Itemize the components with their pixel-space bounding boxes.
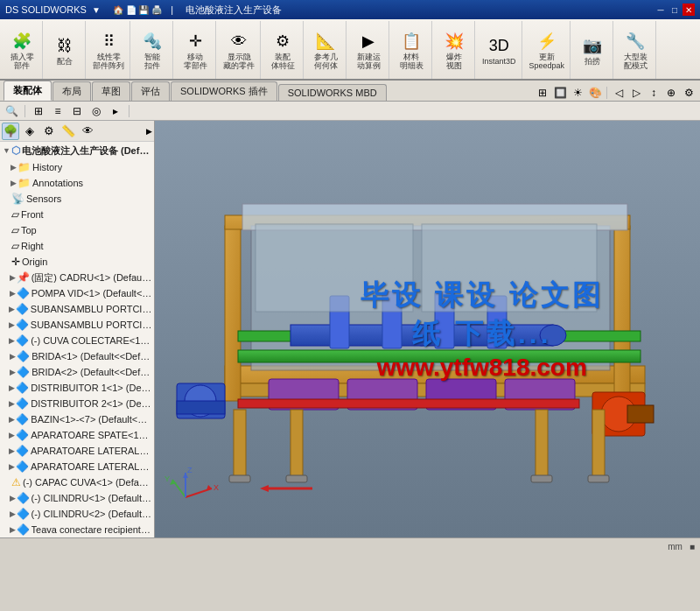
- sec-list-icon[interactable]: ≡: [50, 103, 66, 119]
- tree-item[interactable]: ▶🔷POMPA VID<1> (Default<<Def...: [0, 285, 154, 301]
- property-manager-tab[interactable]: ◈: [21, 123, 38, 140]
- speedpak-button[interactable]: ⚡ 更新Speedpak: [528, 27, 567, 73]
- tree-item[interactable]: ▶🔷BRIDA<2> (Default<<Default...: [0, 364, 154, 380]
- tree-item[interactable]: ▶🔷Teava conectare recipiente vid-...: [0, 522, 154, 537]
- tree-item-icon: 🔷: [16, 381, 29, 395]
- explode-view-button[interactable]: 💥 爆炸视图: [438, 27, 471, 73]
- instant3d-icon: 3D: [486, 33, 511, 58]
- filter-button[interactable]: ↕: [646, 85, 662, 101]
- svg-rect-33: [531, 475, 552, 482]
- svg-rect-30: [592, 410, 605, 480]
- mate-button[interactable]: ⛓ 配合: [48, 32, 81, 68]
- sec-expand2-icon[interactable]: ▸: [108, 103, 123, 119]
- sec-grid-icon[interactable]: ⊞: [31, 103, 46, 119]
- hide-show-button[interactable]: ◁: [611, 85, 626, 101]
- bom-button[interactable]: 📋 材料明细表: [395, 27, 428, 73]
- assembly-feature-icon: ⚙: [270, 29, 295, 53]
- smart-fasteners-button[interactable]: 🔩 智能扣件: [136, 27, 169, 73]
- tree-item[interactable]: ▶📌(固定) CADRU<1> (Default<<De: [0, 270, 154, 285]
- tree-item-label: POMPA VID<1> (Default<<Def...: [32, 286, 152, 300]
- tab-layout[interactable]: 布局: [52, 81, 91, 101]
- tree-item-label: (-) CUVA COLECTARE<1> (Defa...: [31, 334, 152, 348]
- tree-item[interactable]: ▶🔷APARATOARE SPATE<1> (Defa...: [0, 427, 154, 443]
- viewport[interactable]: X Y Z 毕设 课设 论文图纸 下载... www.ytfw818.com: [155, 121, 700, 537]
- tab-sw-addins[interactable]: SOLIDWORKS 插件: [171, 81, 277, 101]
- tree-item[interactable]: ▶🔷APARATOARE LATERALA<1> (D...: [0, 443, 154, 459]
- panel-collapse-button[interactable]: ▶: [146, 127, 152, 136]
- tab-sketch[interactable]: 草图: [92, 81, 130, 101]
- tree-item-label: (-) CILINDRU<2> (Default<<De...: [32, 507, 152, 521]
- settings-button[interactable]: ⚙: [681, 85, 696, 101]
- view-display-button[interactable]: 🔲: [552, 85, 568, 101]
- tree-item[interactable]: ▶🔷(-) CILINDRU<2> (Default<<De...: [0, 506, 154, 522]
- tree-item[interactable]: 📡Sensors: [0, 191, 154, 207]
- tree-item-icon: 📁: [18, 176, 31, 190]
- tree-item[interactable]: ▱Top: [0, 222, 154, 238]
- linear-pattern-button[interactable]: ⠿ 线性零部件阵列: [91, 27, 126, 73]
- tree-item[interactable]: ▶🔷(-) CILINDRU<1> (Default<<De...: [0, 490, 154, 506]
- view-orientation-button[interactable]: ⊞: [535, 85, 550, 101]
- tree-item[interactable]: ▶🔷BRIDA<1> (Default<<Default...: [0, 348, 154, 364]
- tree-item[interactable]: ▶🔷DISTRIBUITOR 1<1> (Default<<...: [0, 380, 154, 396]
- ref-geometry-button[interactable]: 📐 参考几何何体: [309, 27, 342, 73]
- tree-expand-arrow: ▶: [10, 286, 16, 300]
- tab-assembly[interactable]: 装配体: [4, 81, 52, 101]
- svg-rect-8: [238, 350, 640, 362]
- tree-item[interactable]: ▱Front: [0, 207, 154, 222]
- tab-sw-mbd[interactable]: SOLIDWORKS MBD: [278, 84, 387, 101]
- tree-item[interactable]: ▶🔷SUBANSAMBLU PORTCILINDRU...: [0, 301, 154, 317]
- ribbon-group-pattern: ⠿ 线性零部件阵列: [88, 21, 130, 79]
- tree-item[interactable]: ▱Right: [0, 238, 154, 254]
- tree-root[interactable]: ▼ ⬡ 电池酸液注入生产设备 (Default<<De: [0, 142, 154, 159]
- ribbon-toolbar: 🧩 插入零部件 ⛓ 配合 ⠿ 线性零部件阵列 🔩 智能扣件 ✛ 移动零部件 👁 …: [0, 19, 700, 81]
- instant3d-button[interactable]: 3D Instant3D: [480, 32, 518, 68]
- new-motion-study-button[interactable]: ▶ 新建运动算例: [352, 27, 385, 73]
- display-manager-tab[interactable]: 👁: [79, 123, 96, 140]
- close-button[interactable]: ✕: [682, 4, 695, 16]
- tree-item[interactable]: ▶🔷BAZIN<1>-<7> (Default<<Defau...: [0, 411, 154, 427]
- appearance-button[interactable]: 🎨: [587, 85, 603, 101]
- tab-right-icons: ⊞ 🔲 ☀ 🎨 ◁ ▷ ↕ ⊕ ⚙: [535, 85, 700, 101]
- minimize-button[interactable]: ─: [654, 4, 667, 16]
- filter-icon[interactable]: 🔍: [4, 103, 19, 119]
- tab-evaluate[interactable]: 评估: [131, 81, 170, 101]
- tree-item[interactable]: ✛Origin: [0, 254, 154, 270]
- feature-manager-tab[interactable]: 🌳: [2, 123, 19, 140]
- insert-component-button[interactable]: 🧩 插入零部件: [5, 27, 38, 73]
- scene-button[interactable]: ☀: [570, 85, 585, 101]
- tree-item[interactable]: ▶🔷APARATOARE LATERALA<2> (D...: [0, 459, 154, 474]
- tree-item[interactable]: ⚠(-) CAPAC CUVA<1> (Defau...: [0, 474, 154, 490]
- large-asm-button[interactable]: 🔧 大型装配模式: [619, 27, 652, 73]
- title-separator: |: [171, 4, 173, 15]
- configuration-manager-tab[interactable]: ⚙: [40, 123, 58, 140]
- tree-item[interactable]: ▶📁History: [0, 159, 154, 175]
- sec-tiles-icon[interactable]: ⊟: [69, 103, 85, 119]
- zoom-button[interactable]: ⊕: [663, 85, 679, 101]
- maximize-button[interactable]: □: [668, 4, 681, 16]
- tree-item[interactable]: ▶🔷(-) CUVA COLECTARE<1> (Defa...: [0, 333, 154, 348]
- menu-arrow[interactable]: ▼: [92, 5, 101, 15]
- explode-view-icon: 💥: [442, 29, 466, 53]
- tree-item-label: BAZIN<1>-<7> (Default<<Defau...: [31, 412, 152, 426]
- tree-expand-arrow: ▶: [9, 334, 15, 348]
- tree-expand-arrow: ▶: [9, 444, 15, 458]
- status-bar: mm ■: [0, 537, 700, 555]
- feature-tree-panel: 🌳 ◈ ⚙ 📏 👁 ▶ ▼ ⬡ 电池酸液注入生产设备 (Default<<De …: [0, 121, 155, 537]
- show-hide-button[interactable]: 👁 显示隐藏的零件: [221, 27, 256, 73]
- capture-button[interactable]: 📷 拍捞: [576, 32, 609, 68]
- tree-item[interactable]: ▶🔷DISTRIBUITOR 2<1> (Default<<...: [0, 396, 154, 411]
- tree-item[interactable]: ▶📁Annotations: [0, 175, 154, 191]
- dim-xpert-tab[interactable]: 📏: [60, 123, 77, 140]
- sec-expand-icon[interactable]: ◎: [88, 103, 104, 119]
- view-button[interactable]: ▷: [628, 85, 644, 101]
- tree-item-label: APARATOARE LATERALA<1> (D...: [31, 444, 152, 458]
- title-bar: DS SOLIDWORKS ▼ 🏠 📄 💾 🖨️ | 电池酸液注入生产设备 ─ …: [0, 0, 700, 19]
- tree-item-icon: ⚠: [11, 475, 21, 489]
- move-component-button[interactable]: ✛ 移动零部件: [178, 27, 212, 73]
- assembly-feature-button[interactable]: ⚙ 装配体特征: [266, 27, 299, 73]
- tree-item-label: Right: [21, 239, 44, 253]
- ribbon-group-explode: 💥 爆炸视图: [434, 21, 475, 79]
- tree-item[interactable]: ▶🔷SUBANSAMBLU PORTCILINDRU...: [0, 317, 154, 333]
- tree-item-label: APARATOARE LATERALA<2> (D...: [31, 460, 152, 474]
- tree-item-icon: 🔷: [17, 507, 30, 521]
